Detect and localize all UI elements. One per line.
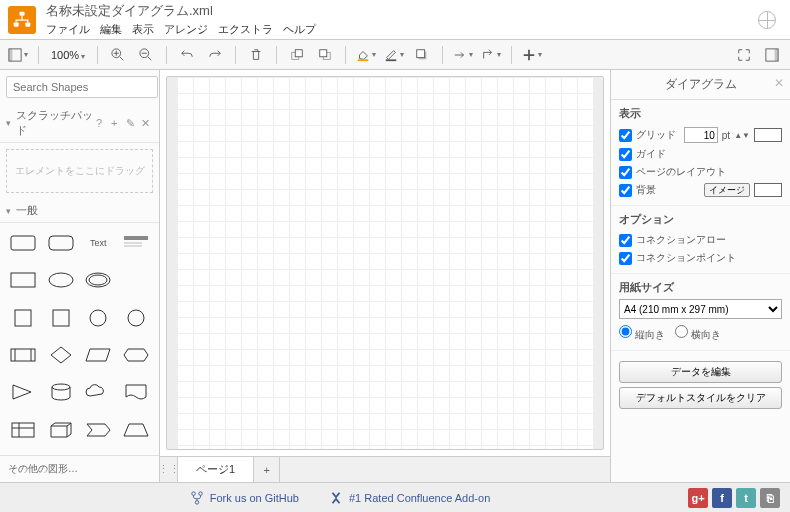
paper-select[interactable]: A4 (210 mm x 297 mm) [619, 299, 782, 319]
bg-color[interactable] [754, 183, 782, 197]
shape-ellipse[interactable] [44, 266, 78, 294]
facebook-icon[interactable]: f [712, 488, 732, 508]
canvas[interactable] [166, 76, 604, 450]
grid-color[interactable] [754, 128, 782, 142]
twitter-icon[interactable]: t [736, 488, 756, 508]
view-mode-button[interactable] [6, 44, 30, 66]
svg-rect-4 [9, 48, 13, 60]
help-icon[interactable]: ? [96, 117, 108, 129]
insert-icon[interactable] [520, 44, 544, 66]
shape-blank[interactable] [119, 266, 153, 294]
menu-arrange[interactable]: アレンジ [164, 22, 208, 37]
edit-icon[interactable]: ✎ [126, 117, 138, 129]
format-panel-icon[interactable] [760, 44, 784, 66]
shape-cube[interactable] [44, 416, 78, 444]
shadow-icon[interactable] [410, 44, 434, 66]
landscape-label: 横向き [691, 329, 721, 340]
connection-icon[interactable] [451, 44, 475, 66]
line-color-icon[interactable] [382, 44, 406, 66]
conn-arrow-checkbox[interactable] [619, 234, 632, 247]
toolbar: 100% [0, 40, 790, 70]
shape-square[interactable] [6, 304, 40, 332]
share-icon[interactable]: ⎘ [760, 488, 780, 508]
shape-hexagon[interactable] [119, 341, 153, 369]
edit-data-button[interactable]: データを編集 [619, 361, 782, 383]
shape-parallel[interactable] [82, 341, 116, 369]
zoom-out-icon[interactable] [134, 44, 158, 66]
svg-rect-0 [20, 11, 25, 15]
shape-rect-round2[interactable] [44, 229, 78, 257]
general-header[interactable]: ▾ 一般 [0, 199, 159, 223]
shape-diamond[interactable] [44, 341, 78, 369]
shape-circle[interactable] [82, 304, 116, 332]
title-zone: 名称未設定ダイアグラム.xml ファイル 編集 表示 アレンジ エクストラ ヘル… [46, 2, 758, 37]
shape-square2[interactable] [44, 304, 78, 332]
confluence-link[interactable]: #1 Rated Confluence Add-on [329, 491, 490, 505]
scratchpad-drop[interactable]: エレメントをここにドラッグ [6, 149, 153, 193]
fill-color-icon[interactable] [354, 44, 378, 66]
shape-trapezoid[interactable] [119, 416, 153, 444]
portrait-radio[interactable] [619, 325, 632, 338]
shape-process[interactable] [6, 341, 40, 369]
close-icon[interactable]: ✕ [141, 117, 153, 129]
menu-extra[interactable]: エクストラ [218, 22, 273, 37]
add-icon[interactable]: + [111, 117, 123, 129]
fork-icon [190, 491, 204, 505]
background-label: 背景 [636, 183, 700, 197]
menu-view[interactable]: 表示 [132, 22, 154, 37]
image-button[interactable]: イメージ [704, 183, 750, 197]
shape-heading[interactable] [119, 229, 153, 257]
shape-cloud[interactable] [82, 378, 116, 406]
to-front-icon[interactable] [285, 44, 309, 66]
page-layout-checkbox[interactable] [619, 166, 632, 179]
conn-arrow-label: コネクションアロー [636, 233, 726, 247]
shape-rect-round[interactable] [6, 229, 40, 257]
shape-rect[interactable] [6, 266, 40, 294]
search-input[interactable] [6, 76, 158, 98]
grid-size-input[interactable] [684, 127, 718, 143]
confluence-icon [329, 491, 343, 505]
redo-icon[interactable] [203, 44, 227, 66]
close-panel-icon[interactable]: ✕ [774, 76, 784, 90]
fullscreen-icon[interactable] [732, 44, 756, 66]
zoom-in-icon[interactable] [106, 44, 130, 66]
zoom-level[interactable]: 100% [47, 49, 89, 61]
add-page-button[interactable]: + [254, 457, 280, 482]
landscape-radio[interactable] [675, 325, 688, 338]
grid-stepper-icon[interactable]: ▲▼ [734, 132, 750, 139]
shape-step[interactable] [82, 416, 116, 444]
guides-checkbox[interactable] [619, 148, 632, 161]
google-plus-icon[interactable]: g+ [688, 488, 708, 508]
shape-internal[interactable] [6, 416, 40, 444]
shape-document[interactable] [119, 378, 153, 406]
shape-ellipse-dbl[interactable] [82, 266, 116, 294]
page-paper[interactable] [177, 77, 593, 449]
menu-file[interactable]: ファイル [46, 22, 90, 37]
github-link[interactable]: Fork us on GitHub [190, 491, 299, 505]
language-icon[interactable] [758, 11, 776, 29]
to-back-icon[interactable] [313, 44, 337, 66]
tab-page1[interactable]: ページ1 [178, 457, 254, 482]
shape-text[interactable]: Text [82, 229, 116, 257]
delete-icon[interactable] [244, 44, 268, 66]
shape-cylinder[interactable] [44, 378, 78, 406]
conn-point-checkbox[interactable] [619, 252, 632, 265]
undo-icon[interactable] [175, 44, 199, 66]
svg-rect-16 [775, 48, 779, 60]
shape-triangle[interactable] [6, 378, 40, 406]
menu-help[interactable]: ヘルプ [283, 22, 316, 37]
menu-edit[interactable]: 編集 [100, 22, 122, 37]
more-shapes[interactable]: その他の図形… [0, 455, 159, 482]
grid-checkbox[interactable] [619, 129, 632, 142]
clear-style-button[interactable]: デフォルトスタイルをクリア [619, 387, 782, 409]
doc-title[interactable]: 名称未設定ダイアグラム.xml [46, 2, 758, 20]
svg-rect-18 [11, 236, 35, 250]
scratchpad-header[interactable]: ▾ スクラッチパッド ? + ✎ ✕ [0, 104, 159, 143]
waypoint-icon[interactable] [479, 44, 503, 66]
tab-handle-icon[interactable]: ⋮⋮ [160, 457, 178, 482]
shape-circle2[interactable] [119, 304, 153, 332]
footer: Fork us on GitHub #1 Rated Confluence Ad… [0, 482, 790, 512]
scratchpad-label: スクラッチパッド [16, 108, 93, 138]
general-label: 一般 [16, 203, 38, 218]
background-checkbox[interactable] [619, 184, 632, 197]
